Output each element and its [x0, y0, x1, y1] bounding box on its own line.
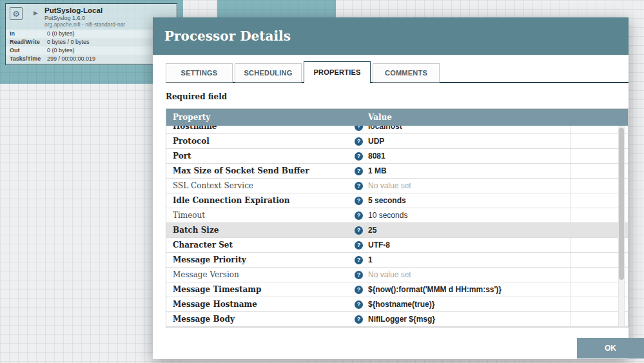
scrollbar-thumb[interactable] — [619, 128, 624, 280]
column-divider — [570, 126, 571, 133]
property-name: Hostname — [173, 126, 350, 134]
property-name: SSL Context Service — [173, 179, 350, 193]
property-value: 1 MB — [368, 164, 565, 179]
property-name: Timeout — [173, 208, 350, 223]
column-divider — [570, 268, 571, 282]
property-row[interactable]: Message Timestamp ? ${now():format('MMM … — [166, 282, 628, 297]
stat-value: 0 (0 bytes) — [47, 47, 75, 54]
property-row[interactable]: Message Priority ? 1 — [166, 253, 628, 268]
processor-component[interactable]: ⚙ ▶ PutSyslog-Local PutSyslog 1.6.0 org.… — [5, 3, 177, 65]
column-header-property: Property — [173, 109, 210, 126]
property-value: ${hostname(true)} — [368, 297, 565, 312]
help-icon[interactable]: ? — [355, 152, 363, 161]
dialog-title: Processor Details — [153, 17, 629, 55]
stat-row-in: In0 (0 bytes) — [6, 30, 177, 38]
help-icon[interactable]: ? — [355, 271, 363, 279]
dialog-header: Processor Details — [153, 17, 629, 55]
column-header-value: Value — [368, 109, 392, 126]
column-divider — [570, 253, 571, 267]
property-name: Port — [173, 149, 350, 164]
column-divider — [570, 193, 571, 208]
column-divider — [570, 238, 571, 252]
help-icon[interactable]: ? — [355, 126, 363, 131]
stat-value: 0 (0 bytes) — [47, 30, 75, 37]
help-icon[interactable]: ? — [355, 226, 363, 235]
property-row[interactable]: Protocol ? UDP — [166, 134, 628, 149]
stat-value: 0 bytes / 0 bytes — [47, 39, 90, 45]
vertical-scrollbar[interactable] — [618, 126, 625, 327]
stat-label: Read/Write — [10, 38, 47, 46]
property-name: Protocol — [173, 134, 350, 149]
processor-details-dialog: Processor Details SETTINGS SCHEDULING PR… — [153, 17, 629, 359]
help-icon[interactable]: ? — [355, 286, 363, 294]
column-divider — [570, 312, 571, 326]
stat-row-tasks: Tasks/Time299 / 00:00:00.019 — [6, 55, 177, 63]
property-value: localhost — [368, 126, 565, 134]
stat-label: In — [10, 30, 47, 38]
stat-value: 299 / 00:00:00.019 — [47, 55, 95, 62]
stat-row-out: Out0 (0 bytes) — [6, 46, 177, 55]
help-icon[interactable]: ? — [355, 197, 363, 205]
property-name: Message Priority — [173, 253, 350, 268]
help-icon[interactable]: ? — [355, 241, 363, 250]
tab-properties[interactable]: PROPERTIES — [304, 61, 371, 83]
column-divider — [570, 223, 571, 237]
column-divider — [570, 164, 571, 178]
property-row[interactable]: Message Hostname ? ${hostname(true)} — [166, 297, 628, 312]
property-value: No value set — [368, 268, 565, 282]
required-field-label: Required field — [166, 92, 227, 101]
stat-label: Out — [10, 46, 47, 55]
stat-row-readwrite: Read/Write0 bytes / 0 bytes — [6, 38, 177, 46]
processor-stats: In0 (0 bytes) Read/Write0 bytes / 0 byte… — [6, 30, 177, 63]
column-divider — [570, 149, 571, 163]
help-icon[interactable]: ? — [355, 256, 363, 264]
tab-scheduling[interactable]: SCHEDULING — [235, 63, 302, 83]
help-icon[interactable]: ? — [355, 300, 363, 309]
property-row[interactable]: Message Version ? No value set — [166, 268, 628, 282]
tab-comments[interactable]: COMMENTS — [373, 63, 440, 83]
column-divider — [570, 134, 571, 148]
property-name: Message Hostname — [173, 297, 350, 312]
help-icon[interactable]: ? — [355, 182, 363, 190]
property-row[interactable]: Timeout ? 10 seconds — [166, 208, 628, 223]
stat-label: Tasks/Time — [10, 55, 47, 63]
ok-button[interactable]: OK — [577, 338, 644, 358]
property-name: Batch Size — [173, 223, 350, 238]
property-value: 25 — [368, 223, 565, 238]
help-icon[interactable]: ? — [355, 137, 363, 146]
help-icon[interactable]: ? — [355, 211, 363, 220]
column-divider — [570, 179, 571, 193]
property-name: Character Set — [173, 238, 350, 253]
property-value: UDP — [368, 134, 565, 149]
property-row[interactable]: Idle Connection Expiration ? 5 seconds — [166, 193, 628, 208]
tab-bar: SETTINGS SCHEDULING PROPERTIES COMMENTS — [166, 63, 440, 83]
property-row[interactable]: Character Set ? UTF-8 — [166, 238, 628, 253]
property-value: UTF-8 — [368, 238, 565, 253]
property-value: 5 seconds — [368, 193, 565, 208]
table-viewport[interactable]: Hostname ? localhost Protocol ? UDP Port… — [166, 126, 628, 327]
table-header: Property Value — [166, 109, 628, 126]
property-row[interactable]: Max Size of Socket Send Buffer ? 1 MB — [166, 164, 628, 179]
property-row[interactable]: Message Body ? NifiLogger ${msg} — [166, 312, 628, 327]
property-name: Idle Connection Expiration — [173, 193, 350, 208]
property-value: ${now():format('MMM d HH:mm:ss')} — [368, 282, 565, 297]
processor-name: PutSyslog-Local — [44, 6, 177, 14]
property-value: NifiLogger ${msg} — [368, 312, 565, 327]
column-divider — [570, 208, 571, 222]
help-icon[interactable]: ? — [355, 315, 363, 324]
property-row[interactable]: Hostname ? localhost — [166, 126, 628, 134]
nifi-canvas: ⚙ ▶ PutSyslog-Local PutSyslog 1.6.0 org.… — [0, 0, 644, 363]
property-value: 1 — [368, 253, 565, 268]
property-value: 10 seconds — [368, 208, 565, 223]
help-icon[interactable]: ? — [355, 167, 363, 175]
property-name: Message Version — [173, 268, 350, 282]
property-name: Message Body — [173, 312, 350, 327]
property-row[interactable]: SSL Context Service ? No value set — [166, 179, 628, 193]
column-divider — [570, 297, 571, 311]
processor-icon: ⚙ — [10, 7, 23, 20]
property-name: Message Timestamp — [173, 282, 350, 297]
property-value: No value set — [368, 179, 565, 193]
property-row[interactable]: Port ? 8081 — [166, 149, 628, 164]
property-row[interactable]: Batch Size ? 25 — [166, 223, 628, 238]
tab-settings[interactable]: SETTINGS — [166, 63, 233, 83]
